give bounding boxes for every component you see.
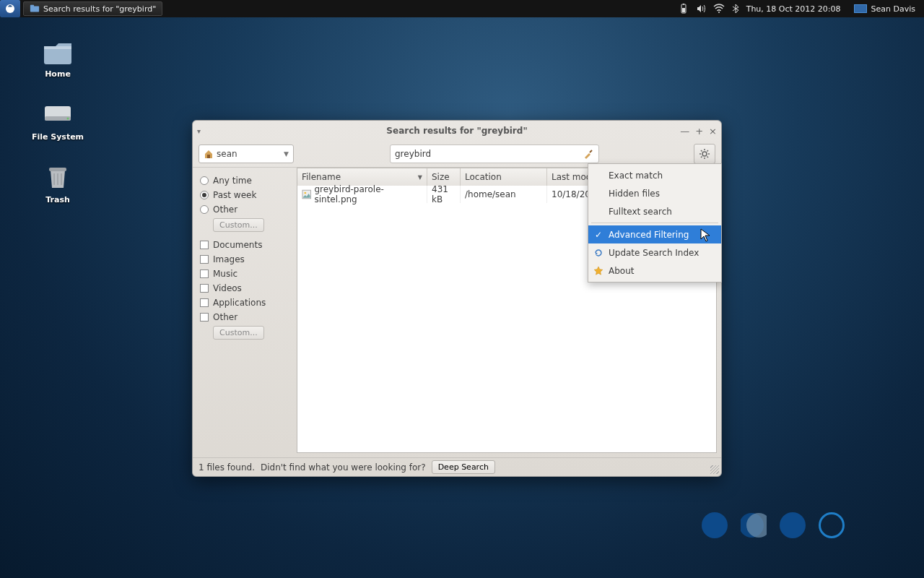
cell-text: greybird-parole-sintel.png bbox=[314, 184, 422, 204]
applications-menu-button[interactable] bbox=[0, 0, 20, 17]
deep-search-button[interactable]: Deep Search bbox=[432, 460, 495, 474]
panel-right: Thu, 18 Oct 2012 20:08 Sean Davis bbox=[679, 4, 924, 14]
svg-rect-10 bbox=[49, 168, 66, 171]
menu-update-index[interactable]: Update Search Index bbox=[588, 243, 721, 262]
custom-type-button[interactable]: Custom... bbox=[213, 326, 264, 340]
menu-label: About bbox=[609, 266, 634, 276]
maximize-button[interactable]: + bbox=[695, 126, 703, 137]
search-input[interactable]: greybird bbox=[390, 144, 599, 163]
col-location[interactable]: Location bbox=[461, 168, 547, 186]
svg-rect-5 bbox=[683, 4, 684, 5]
svg-point-16 bbox=[304, 192, 306, 194]
filter-music[interactable]: Music bbox=[200, 267, 289, 281]
location-selector[interactable]: sean ▼ bbox=[199, 144, 294, 163]
menu-label: Advanced Filtering bbox=[609, 230, 689, 240]
workspace-4[interactable] bbox=[819, 512, 845, 538]
svg-rect-13 bbox=[207, 155, 210, 158]
image-file-icon bbox=[302, 189, 311, 199]
folder-icon bbox=[30, 4, 40, 14]
menu-fulltext-search[interactable]: Fulltext search bbox=[588, 202, 721, 220]
close-button[interactable]: × bbox=[709, 126, 717, 137]
menu-advanced-filtering[interactable]: ✓ Advanced Filtering bbox=[588, 225, 721, 243]
filter-documents[interactable]: Documents bbox=[200, 238, 289, 252]
workspace-2[interactable] bbox=[741, 512, 767, 538]
window-title: Search results for "greybird" bbox=[193, 126, 721, 136]
cell-filename: greybird-parole-sintel.png bbox=[297, 186, 427, 203]
filter-label: Past week bbox=[213, 190, 256, 200]
workspace-1[interactable] bbox=[702, 512, 728, 538]
filter-type-other[interactable]: Other bbox=[200, 310, 289, 324]
col-filename[interactable]: Filename▼ bbox=[297, 168, 427, 186]
refresh-icon bbox=[593, 247, 604, 259]
volume-icon[interactable] bbox=[696, 4, 706, 14]
workspace-3[interactable] bbox=[780, 512, 806, 538]
panel-left: Search results for "greybird" bbox=[0, 0, 162, 17]
checkbox-icon bbox=[200, 284, 209, 293]
minimize-button[interactable]: — bbox=[680, 126, 689, 137]
menu-hidden-files[interactable]: Hidden files bbox=[588, 184, 721, 202]
custom-time-button[interactable]: Custom... bbox=[213, 218, 264, 232]
desktop-icon-home[interactable]: Home bbox=[22, 36, 94, 79]
col-size[interactable]: Size bbox=[427, 168, 461, 186]
filter-videos[interactable]: Videos bbox=[200, 281, 289, 296]
sort-desc-icon: ▼ bbox=[418, 174, 422, 181]
filter-label: Music bbox=[213, 269, 237, 279]
settings-button[interactable] bbox=[694, 144, 715, 164]
status-bar: 1 files found. Didn't find what you were… bbox=[193, 457, 721, 476]
cell-size: 431 kB bbox=[427, 186, 461, 203]
trash-icon bbox=[42, 162, 74, 191]
filter-anytime[interactable]: Any time bbox=[200, 173, 289, 188]
home-icon bbox=[204, 149, 214, 159]
radio-icon bbox=[200, 205, 209, 214]
wifi-icon[interactable] bbox=[713, 4, 725, 14]
desktop-icon-filesystem[interactable]: File System bbox=[22, 99, 94, 142]
search-value: greybird bbox=[395, 149, 431, 159]
svg-point-9 bbox=[67, 118, 69, 120]
desktop: Home File System Trash bbox=[22, 36, 94, 204]
filter-label: Documents bbox=[213, 240, 262, 250]
menu-about[interactable]: About bbox=[588, 262, 721, 280]
taskbar-item-search[interactable]: Search results for "greybird" bbox=[23, 1, 162, 16]
filter-sidebar: Any time Past week Other Custom... Docum… bbox=[193, 168, 297, 457]
desktop-icon-label: Home bbox=[45, 69, 71, 79]
filter-label: Applications bbox=[213, 298, 266, 308]
desktop-icon-label: Trash bbox=[45, 195, 70, 204]
resize-grip[interactable] bbox=[710, 465, 719, 474]
column-label: Size bbox=[432, 172, 450, 182]
filter-label: Other bbox=[213, 312, 237, 322]
radio-icon bbox=[200, 191, 209, 199]
menu-exact-match[interactable]: Exact match bbox=[588, 166, 721, 184]
chevron-down-icon: ▼ bbox=[284, 150, 289, 158]
clear-icon[interactable] bbox=[583, 148, 594, 160]
window-menu-icon[interactable]: ▾ bbox=[197, 127, 201, 135]
filter-time-other[interactable]: Other bbox=[200, 202, 289, 217]
folder-home-icon bbox=[42, 36, 74, 65]
cell-text: 431 kB bbox=[432, 184, 456, 204]
user-name: Sean Davis bbox=[871, 4, 915, 14]
svg-point-6 bbox=[718, 12, 720, 13]
cell-text: /home/sean bbox=[465, 189, 516, 199]
svg-rect-4 bbox=[682, 8, 685, 12]
svg-rect-2 bbox=[30, 5, 34, 7]
gear-icon bbox=[699, 148, 710, 160]
desktop-icon-trash[interactable]: Trash bbox=[22, 162, 94, 204]
user-indicator-icon bbox=[854, 4, 867, 13]
menu-label: Hidden files bbox=[609, 189, 660, 199]
top-panel: Search results for "greybird" Thu, 18 Oc… bbox=[0, 0, 924, 17]
status-count: 1 files found. bbox=[199, 462, 255, 473]
titlebar[interactable]: ▾ Search results for "greybird" — + × bbox=[193, 121, 721, 141]
radio-icon bbox=[200, 176, 209, 185]
filter-images[interactable]: Images bbox=[200, 252, 289, 267]
menu-label: Update Search Index bbox=[609, 248, 699, 258]
bluetooth-icon[interactable] bbox=[732, 4, 739, 14]
battery-icon[interactable] bbox=[679, 4, 689, 14]
column-label: Location bbox=[465, 172, 502, 182]
filter-applications[interactable]: Applications bbox=[200, 296, 289, 310]
svg-point-14 bbox=[702, 152, 707, 156]
drive-icon bbox=[42, 99, 74, 128]
menu-label: Fulltext search bbox=[609, 207, 672, 217]
filter-pastweek[interactable]: Past week bbox=[200, 188, 289, 202]
svg-rect-1 bbox=[30, 7, 39, 12]
user-menu[interactable]: Sean Davis bbox=[848, 4, 921, 14]
clock[interactable]: Thu, 18 Oct 2012 20:08 bbox=[746, 4, 841, 14]
